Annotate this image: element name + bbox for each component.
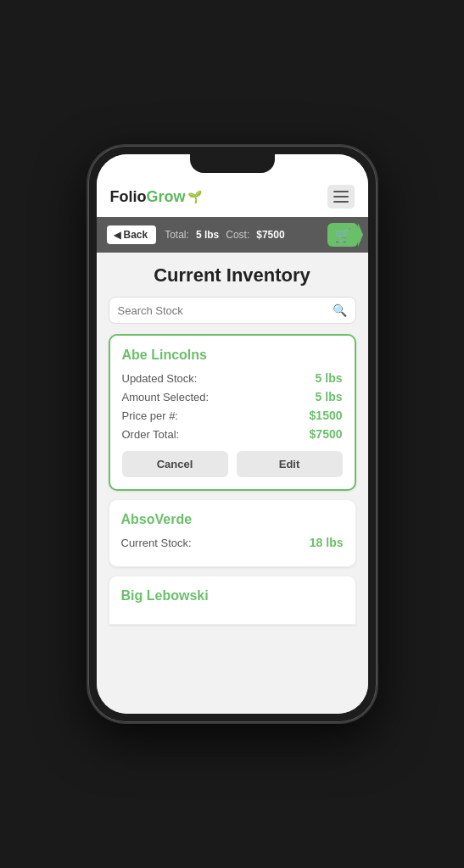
hamburger-line-2 xyxy=(333,196,349,198)
card-abso-verde-title: AbsoVerde xyxy=(121,512,344,527)
card-big-lebowski-title: Big Lebowski xyxy=(121,588,344,604)
hamburger-line-3 xyxy=(333,201,349,203)
card-row: Price per #: $1500 xyxy=(122,409,343,422)
amount-selected-value: 5 lbs xyxy=(316,390,343,403)
card-row: Current Stock: 18 lbs xyxy=(121,536,344,549)
main-content: Current Inventory 🔍 Abe Lincolns Updated… xyxy=(97,253,368,714)
nav-bar: ◀ Back Total: 5 lbs Cost: $7500 🛒 xyxy=(97,217,368,253)
current-stock-value: 18 lbs xyxy=(310,536,344,549)
cost-label: Cost: xyxy=(226,229,249,241)
order-total-label: Order Total: xyxy=(122,428,310,441)
search-box[interactable]: 🔍 xyxy=(109,297,356,324)
amount-selected-label: Amount Selected: xyxy=(122,391,316,403)
back-arrow-icon: ◀ xyxy=(114,230,120,241)
page-title: Current Inventory xyxy=(109,264,356,287)
hamburger-button[interactable] xyxy=(327,185,355,209)
updated-stock-value: 5 lbs xyxy=(316,371,343,385)
cart-button[interactable]: 🛒 xyxy=(327,223,358,247)
card-abso-verde: AbsoVerde Current Stock: 18 lbs xyxy=(109,499,356,567)
logo-grow-text: Grow xyxy=(147,188,186,206)
card-abe-lincolns-title: Abe Lincolns xyxy=(122,348,343,363)
total-value: 5 lbs xyxy=(196,229,219,241)
order-total-value: $7500 xyxy=(310,427,343,441)
cancel-button[interactable]: Cancel xyxy=(122,451,228,477)
hamburger-line-1 xyxy=(333,191,349,192)
cost-value: $7500 xyxy=(256,229,284,241)
card-big-lebowski: Big Lebowski xyxy=(109,576,356,625)
price-per-value: $1500 xyxy=(310,409,343,422)
card-row: Order Total: $7500 xyxy=(122,427,343,441)
current-stock-label: Current Stock: xyxy=(121,537,310,549)
search-input[interactable] xyxy=(118,304,333,317)
price-per-label: Price per #: xyxy=(122,409,310,422)
nav-info: Total: 5 lbs Cost: $7500 xyxy=(165,229,318,241)
phone-screen: Folio Grow 🌱 ◀ Back Total: 5 lbs Cost: $… xyxy=(97,154,368,714)
card-actions: Cancel Edit xyxy=(122,451,343,477)
card-row: Amount Selected: 5 lbs xyxy=(122,390,343,403)
search-icon: 🔍 xyxy=(333,303,347,317)
card-row: Updated Stock: 5 lbs xyxy=(122,371,343,385)
total-label: Total: xyxy=(165,229,189,241)
app-logo: Folio Grow 🌱 xyxy=(110,188,202,206)
logo-folio-text: Folio xyxy=(110,188,147,206)
edit-button[interactable]: Edit xyxy=(237,451,343,477)
updated-stock-label: Updated Stock: xyxy=(122,372,316,385)
back-button[interactable]: ◀ Back xyxy=(107,225,157,244)
cart-icon: 🛒 xyxy=(334,227,351,243)
back-label: Back xyxy=(124,229,148,241)
phone-notch xyxy=(190,154,275,173)
card-abe-lincolns: Abe Lincolns Updated Stock: 5 lbs Amount… xyxy=(109,334,356,491)
phone-frame: Folio Grow 🌱 ◀ Back Total: 5 lbs Cost: $… xyxy=(88,146,377,722)
logo-plant-icon: 🌱 xyxy=(187,190,202,203)
